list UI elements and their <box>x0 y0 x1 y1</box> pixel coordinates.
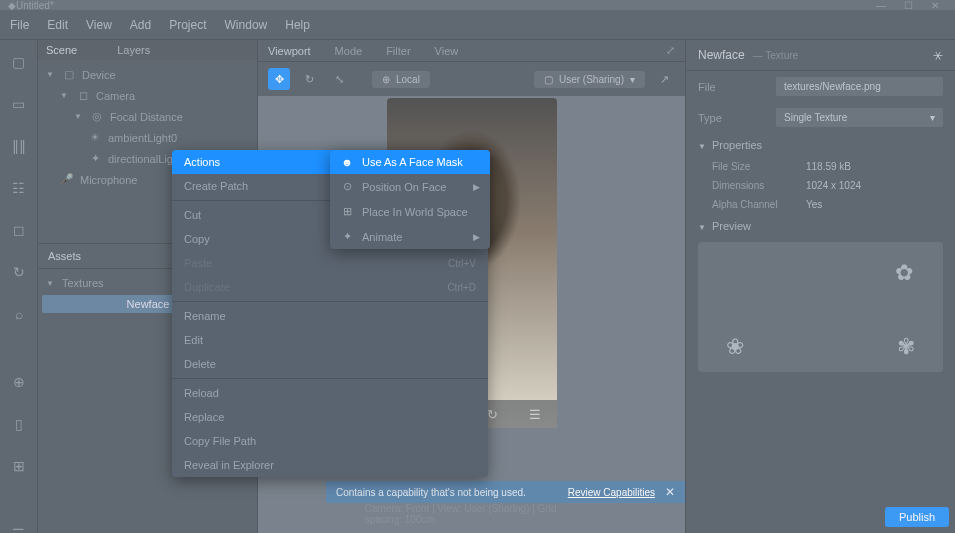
tool-refresh-icon[interactable]: ↻ <box>11 264 27 280</box>
inspector: Newface — Texture ⚹ File textures/Newfac… <box>685 40 955 533</box>
viewport-filter[interactable]: Filter <box>386 45 410 57</box>
file-label: File <box>698 81 776 93</box>
switch-camera-icon[interactable]: ↻ <box>487 407 498 422</box>
ctx-copy-path[interactable]: Copy File Path <box>172 429 488 453</box>
ctx-edit[interactable]: Edit <box>172 328 488 352</box>
alpha-value: Yes <box>806 199 822 210</box>
viewport-title: Viewport <box>268 45 311 57</box>
rotate-tool-icon[interactable]: ↻ <box>298 68 320 90</box>
inspector-title: Newface <box>698 48 745 62</box>
menu-add[interactable]: Add <box>130 18 151 32</box>
menu-help[interactable]: Help <box>285 18 310 32</box>
tool-search-icon[interactable]: ⌕ <box>11 306 27 322</box>
menu-edit[interactable]: Edit <box>47 18 68 32</box>
viewport-view[interactable]: View <box>435 45 459 57</box>
dims-value: 1024 x 1024 <box>806 180 861 191</box>
tool-camera-icon[interactable]: ▭ <box>11 96 27 112</box>
tool-library-icon[interactable]: ☰ <box>11 526 27 533</box>
filesize-label: File Size <box>712 161 806 172</box>
ctx-delete[interactable]: Delete <box>172 352 488 376</box>
tool-export-icon[interactable]: ⊞ <box>11 458 27 474</box>
window-title: Untitled* <box>16 0 876 11</box>
menu-file[interactable]: File <box>10 18 29 32</box>
pivot-toggle[interactable]: ⊕Local <box>372 71 430 88</box>
menu-project[interactable]: Project <box>169 18 206 32</box>
toolbar-left: ▢ ▭ ‖‖ ☷ ◻ ↻ ⌕ ⊕ ▯ ⊞ ☰ <box>0 40 38 533</box>
sub-animate[interactable]: ✦Animate▶ <box>330 224 490 249</box>
tree-ambient[interactable]: ☀ambientLight0 <box>38 127 257 148</box>
expand-icon[interactable]: ⤢ <box>666 44 675 57</box>
popout-icon[interactable]: ↗ <box>653 68 675 90</box>
user-select[interactable]: ▢User (Sharing)▾ <box>534 71 645 88</box>
maximize-icon[interactable]: ☐ <box>904 0 913 11</box>
tab-scene[interactable]: Scene <box>46 44 77 56</box>
sub-world-space[interactable]: ⊞Place In World Space <box>330 199 490 224</box>
ctx-rename[interactable]: Rename <box>172 304 488 328</box>
file-value[interactable]: textures/Newface.png <box>776 77 943 96</box>
ctx-replace[interactable]: Replace <box>172 405 488 429</box>
properties-header[interactable]: ▼Properties <box>686 133 955 157</box>
actions-submenu: ☻Use As A Face Mask ⊙Position On Face▶ ⊞… <box>330 150 490 249</box>
scale-tool-icon[interactable]: ⤡ <box>328 68 350 90</box>
filesize-value: 118.59 kB <box>806 161 851 172</box>
ctx-duplicate: DuplicateCtrl+D <box>172 275 488 299</box>
decoration-icon: ✿ <box>895 260 913 286</box>
app-icon: ◆ <box>8 0 16 11</box>
texture-preview: ✿ ❀ ✾ <box>698 242 943 372</box>
tree-camera[interactable]: ▼◻Camera <box>38 85 257 106</box>
sub-position-face[interactable]: ⊙Position On Face▶ <box>330 174 490 199</box>
type-select[interactable]: Single Texture▾ <box>776 108 943 127</box>
tab-layers[interactable]: Layers <box>117 44 150 56</box>
inspector-subtitle: — Texture <box>753 50 798 61</box>
warning-text: Contains a capability that's not being u… <box>336 487 526 498</box>
tool-plane-icon[interactable]: ◻ <box>11 222 27 238</box>
tool-audio-icon[interactable]: ‖‖ <box>11 138 27 154</box>
ctx-reveal[interactable]: Reveal in Explorer <box>172 453 488 477</box>
menu-view[interactable]: View <box>86 18 112 32</box>
viewport-menu-icon[interactable]: ☰ <box>529 407 541 422</box>
menubar: File Edit View Add Project Window Help <box>0 10 955 40</box>
ctx-reload[interactable]: Reload <box>172 381 488 405</box>
tool-objects-icon[interactable]: ▢ <box>11 54 27 70</box>
tool-device-icon[interactable]: ▯ <box>11 416 27 432</box>
publish-button[interactable]: Publish <box>885 507 949 527</box>
inspector-menu-icon[interactable]: ⚹ <box>933 48 943 62</box>
decoration-icon: ❀ <box>726 334 744 360</box>
alpha-label: Alpha Channel <box>712 199 806 210</box>
move-tool-icon[interactable]: ✥ <box>268 68 290 90</box>
review-link[interactable]: Review Capabilities <box>568 487 655 498</box>
warning-banner: Contains a capability that's not being u… <box>326 481 685 503</box>
titlebar: ◆ Untitled* — ☐ ✕ <box>0 0 955 10</box>
viewport-mode[interactable]: Mode <box>335 45 363 57</box>
dims-label: Dimensions <box>712 180 806 191</box>
ctx-paste: PasteCtrl+V <box>172 251 488 275</box>
tool-text-icon[interactable]: ☷ <box>11 180 27 196</box>
close-icon[interactable]: ✕ <box>931 0 939 11</box>
minimize-icon[interactable]: — <box>876 0 886 11</box>
tool-add-icon[interactable]: ⊕ <box>11 374 27 390</box>
tree-device[interactable]: ▼▢Device <box>38 64 257 85</box>
menu-window[interactable]: Window <box>225 18 268 32</box>
type-label: Type <box>698 112 776 124</box>
sub-face-mask[interactable]: ☻Use As A Face Mask <box>330 150 490 174</box>
decoration-icon: ✾ <box>897 334 915 360</box>
status-info: Camera: Front | View: User (Sharing) | G… <box>365 503 579 525</box>
tree-focal[interactable]: ▼◎Focal Distance <box>38 106 257 127</box>
preview-header[interactable]: ▼Preview <box>686 214 955 238</box>
banner-close-icon[interactable]: ✕ <box>665 485 675 499</box>
